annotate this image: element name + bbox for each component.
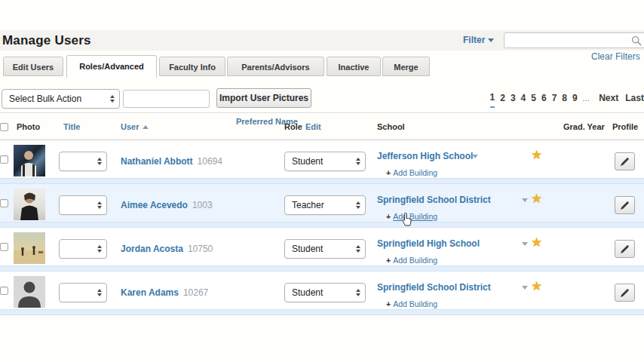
user-name-link[interactable]: Nathaniel Abbott bbox=[121, 156, 193, 167]
plus-icon: + bbox=[386, 299, 391, 308]
sort-ascending-icon bbox=[143, 125, 149, 129]
user-id: 10750 bbox=[188, 244, 213, 254]
school-cell: Springfield High School bbox=[377, 237, 480, 250]
select-stepper-icon bbox=[356, 201, 360, 209]
select-all-checkbox[interactable] bbox=[0, 123, 8, 131]
default-avatar-icon[interactable] bbox=[14, 276, 45, 308]
tab-faculty-info[interactable]: Faculty Info bbox=[159, 57, 225, 76]
user-photo[interactable] bbox=[14, 189, 45, 220]
row-checkbox[interactable] bbox=[0, 243, 8, 251]
school-dropdown-caret-icon[interactable] bbox=[472, 155, 478, 158]
title-band: Manage Users Filter bbox=[0, 30, 644, 51]
page-2[interactable]: 2 bbox=[500, 89, 505, 107]
star-icon[interactable]: ★ bbox=[531, 147, 542, 163]
school-cell: Jefferson High School bbox=[377, 149, 473, 163]
column-header-grad-year: Grad. Year bbox=[563, 113, 605, 140]
school-link[interactable]: Springfield High School bbox=[377, 238, 480, 249]
user-name-link[interactable]: Aimee Acevedo bbox=[121, 200, 188, 210]
school-dropdown-caret-icon[interactable] bbox=[522, 242, 528, 246]
edit-profile-button[interactable] bbox=[615, 284, 635, 302]
select-stepper-icon bbox=[97, 245, 102, 253]
pencil-icon bbox=[620, 157, 630, 167]
tab-roles-advanced[interactable]: Roles/Advanced bbox=[66, 55, 157, 78]
tab-edit-users[interactable]: Edit Users bbox=[3, 57, 63, 76]
add-building-link[interactable]: +Add Building bbox=[386, 211, 437, 222]
school-link[interactable]: Jefferson High School bbox=[377, 151, 473, 161]
select-stepper-icon bbox=[356, 289, 360, 296]
pencil-icon bbox=[620, 288, 630, 298]
user-cell: Aimee Acevedo1003 bbox=[121, 195, 213, 215]
user-cell: Jordan Acosta10750 bbox=[121, 239, 213, 259]
table-header: Photo Title User Preferred Name Role Edi… bbox=[0, 112, 644, 140]
table-row: Aimee Acevedo1003 Teacher Springfield Sc… bbox=[0, 184, 644, 228]
user-id: 1003 bbox=[192, 200, 213, 210]
page-1[interactable]: 1 bbox=[490, 88, 495, 108]
last-page-link[interactable]: Last bbox=[625, 89, 644, 107]
role-select[interactable]: Teacher bbox=[284, 195, 366, 215]
tab-merge[interactable]: Merge bbox=[382, 57, 430, 76]
plus-icon: + bbox=[386, 256, 391, 265]
star-icon[interactable]: ★ bbox=[531, 235, 542, 250]
edit-profile-button[interactable] bbox=[615, 196, 635, 214]
add-building-link[interactable]: +Add Building bbox=[386, 255, 437, 265]
row-checkbox[interactable] bbox=[0, 199, 8, 207]
tab-parents-advisors[interactable]: Parents/Advisors bbox=[227, 57, 324, 76]
table-row: Karen Adams10267 Student Springfield Sch… bbox=[0, 272, 644, 315]
page-9[interactable]: 9 bbox=[572, 89, 578, 107]
import-user-pictures-button[interactable]: Import User Pictures bbox=[216, 88, 311, 108]
add-building-link[interactable]: +Add Building bbox=[386, 167, 437, 178]
title-select[interactable] bbox=[59, 152, 107, 171]
page-title: Manage Users bbox=[2, 30, 91, 51]
page-3[interactable]: 3 bbox=[511, 89, 516, 107]
star-icon[interactable]: ★ bbox=[531, 191, 542, 207]
row-checkbox[interactable] bbox=[0, 287, 8, 295]
user-cell: Karen Adams10267 bbox=[121, 283, 208, 302]
role-select[interactable]: Student bbox=[284, 239, 366, 259]
search-input[interactable] bbox=[508, 34, 628, 47]
column-header-preferred-name[interactable]: Preferred Name bbox=[236, 117, 281, 127]
page-4[interactable]: 4 bbox=[521, 89, 526, 107]
user-name-link[interactable]: Karen Adams bbox=[121, 287, 179, 298]
edit-profile-button[interactable] bbox=[615, 240, 635, 258]
column-header-profile: Profile bbox=[612, 113, 638, 140]
school-cell: Springfield School District bbox=[377, 193, 491, 207]
select-stepper-icon bbox=[110, 95, 115, 103]
column-header-title[interactable]: Title bbox=[63, 113, 80, 140]
user-photo[interactable] bbox=[14, 232, 45, 264]
edit-profile-button[interactable] bbox=[615, 152, 635, 170]
bulk-action-input[interactable] bbox=[123, 90, 210, 108]
tab-inactive[interactable]: Inactive bbox=[327, 57, 381, 76]
school-dropdown-caret-icon[interactable] bbox=[522, 286, 528, 290]
row-checkbox[interactable] bbox=[0, 155, 8, 164]
table-row: Nathaniel Abbott10694 Student Jefferson … bbox=[0, 140, 644, 184]
user-id: 10267 bbox=[183, 287, 208, 298]
title-select[interactable] bbox=[59, 239, 107, 259]
title-select[interactable] bbox=[59, 283, 107, 302]
title-select[interactable] bbox=[59, 195, 107, 215]
school-link[interactable]: Springfield School District bbox=[377, 195, 491, 205]
bulk-action-select[interactable]: Select Bulk Action bbox=[2, 89, 120, 109]
school-link[interactable]: Springfield School District bbox=[377, 282, 491, 293]
column-header-photo: Photo bbox=[17, 113, 40, 140]
role-select[interactable]: Student bbox=[284, 152, 366, 171]
star-icon[interactable]: ★ bbox=[531, 278, 542, 294]
user-photo[interactable] bbox=[14, 145, 45, 176]
select-stepper-icon bbox=[97, 289, 102, 296]
page-6[interactable]: 6 bbox=[541, 89, 547, 107]
page-8[interactable]: 8 bbox=[562, 89, 567, 107]
column-header-user[interactable]: User bbox=[121, 113, 149, 140]
page-5[interactable]: 5 bbox=[531, 89, 536, 107]
role-select[interactable]: Student bbox=[284, 283, 366, 302]
filter-dropdown[interactable]: Filter bbox=[463, 30, 494, 51]
search-icon bbox=[631, 35, 642, 46]
column-header-role-edit-link[interactable]: Edit bbox=[305, 113, 321, 140]
clear-filters-link[interactable]: Clear Filters bbox=[591, 51, 644, 62]
user-name-link[interactable]: Jordan Acosta bbox=[121, 244, 183, 254]
school-dropdown-caret-icon[interactable] bbox=[522, 198, 528, 202]
pagination-ellipsis: ... bbox=[582, 89, 590, 107]
page-7[interactable]: 7 bbox=[552, 89, 557, 107]
pencil-icon bbox=[620, 244, 630, 254]
filter-label: Filter bbox=[463, 35, 485, 45]
next-page-link[interactable]: Next bbox=[599, 89, 618, 107]
add-building-link[interactable]: +Add Building bbox=[386, 299, 437, 309]
